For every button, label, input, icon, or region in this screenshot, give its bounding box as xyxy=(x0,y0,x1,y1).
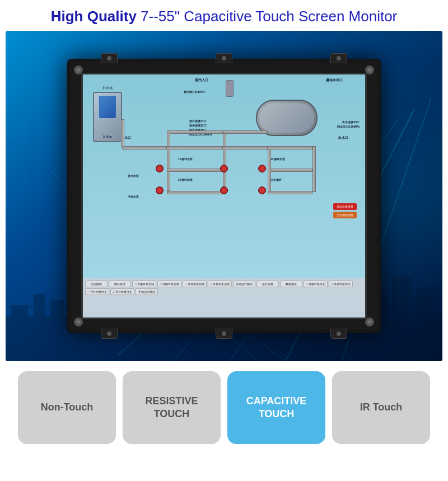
pipe-h8 xyxy=(268,169,312,172)
valve-3 xyxy=(156,186,164,194)
pipe-v1 xyxy=(121,119,124,147)
label-supply1: 补水水泵 xyxy=(128,174,139,178)
water-tank: 补水箱 0.00m xyxy=(93,86,122,142)
label-supply2: 沿衫水泵 xyxy=(128,195,139,198)
touch-btn-capacitive[interactable]: CAPACITIVE TOUCH xyxy=(227,371,325,444)
pipe-h1 xyxy=(122,146,167,150)
page-title: High Quality 7--55" Capacitive Touch Scr… xyxy=(11,8,437,25)
pipe-h10 xyxy=(268,146,312,150)
page-wrapper: High Quality 7--55" Capacitive Touch Scr… xyxy=(0,0,448,481)
alert-btn-2: 无可用电报警 xyxy=(333,212,357,218)
touch-btn-resistive[interactable]: RESISTIVE TOUCH xyxy=(123,371,221,444)
pipe-v2 xyxy=(167,130,170,147)
ctrl-manual-mode: 手动运行模式 xyxy=(136,288,158,295)
ctrl-pump3-start: 一号补水泵启动 xyxy=(183,281,207,287)
label-circ2: 2#循环水泵 xyxy=(178,178,193,181)
mount-tab-top-left xyxy=(101,53,118,63)
label-circ1: 1#循环水泵 xyxy=(178,157,193,161)
title-normal: 7--55" Capacitive Touch Screen Monitor xyxy=(137,8,397,25)
ctrl-device: 数据报表 xyxy=(280,281,302,287)
label-room-temp1: 室外温度23℃ xyxy=(189,119,207,123)
svg-rect-19 xyxy=(417,288,431,361)
label-water-outlet: 出水口 xyxy=(338,136,348,140)
pipe-h7 xyxy=(167,169,223,172)
pipe-v6 xyxy=(268,146,271,192)
label-steam-valve: 蒸汽阀开台100% xyxy=(184,90,205,94)
mount-tab-bottom-center xyxy=(216,329,232,339)
valve-6 xyxy=(258,186,266,194)
ctrl-pump1-start: 一号循环泵启动 xyxy=(132,281,156,287)
label-circ4: 沿衫循环 xyxy=(270,178,282,181)
svg-rect-18 xyxy=(392,277,412,361)
ctrl-config: 运行设置 xyxy=(256,281,279,287)
ctrl-pump2-stop: 二号循环泵停止 xyxy=(329,281,353,287)
ctrl-history: 历史曲线 xyxy=(85,281,108,287)
label-condensate-outlet: 凝结水出口 xyxy=(326,78,343,83)
mount-tab-top-right xyxy=(330,53,347,63)
ctrl-pump3-stop: 一号补水泵停止 xyxy=(85,288,109,295)
control-bar: 历史曲线 能耗统计 一号循环泵启动 二号循环泵启动 一号补水泵启动 二号补水泵启… xyxy=(83,278,365,317)
valve-5 xyxy=(258,165,266,172)
ctrl-params: 能耗统计 xyxy=(109,281,131,287)
pipe-h2 xyxy=(167,130,223,134)
pipe-h6 xyxy=(167,191,223,194)
label-circ3: 1#循环水泵 xyxy=(270,157,285,161)
label-steam-inlet: 蒸汽入口 xyxy=(195,78,208,83)
valve-2 xyxy=(220,165,228,172)
label-outlet-pres: 回水压力0.50MPa xyxy=(337,125,360,128)
touch-btn-non-touch[interactable]: Non-Touch xyxy=(18,371,116,444)
valve-4 xyxy=(220,186,228,194)
pipe-v7 xyxy=(312,146,316,192)
ctrl-pump2-start: 二号循环泵启动 xyxy=(157,281,181,287)
alert-buttons: 系统故障报警 无可用电报警 xyxy=(333,203,357,218)
pipe-h9 xyxy=(268,191,312,194)
label-room-temp2: 室内温度22℃ xyxy=(189,124,207,127)
svg-rect-10 xyxy=(50,300,64,361)
ctrl-pump1-stop: 一号循环泵停止 xyxy=(304,281,328,287)
pipe-h5 xyxy=(223,146,268,150)
mount-tab-top-center xyxy=(216,53,232,63)
monitor-body: 蒸汽入口 凝结水出口 蒸汽阀开台100% 补水箱 0.00m xyxy=(67,59,381,333)
monitor-screen: 蒸汽入口 凝结水出口 蒸汽阀开台100% 补水箱 0.00m xyxy=(81,73,367,319)
screw-bottom-right xyxy=(365,317,374,326)
screen-content: 蒸汽入口 凝结水出口 蒸汽阀开台100% 补水箱 0.00m xyxy=(83,74,365,317)
touch-btn-ir[interactable]: IR Touch xyxy=(332,371,430,444)
alert-btn-1: 系统故障报警 xyxy=(333,203,357,210)
title-bold: High Quality xyxy=(51,8,137,25)
header: High Quality 7--55" Capacitive Touch Scr… xyxy=(0,0,448,31)
touch-options-bar: Non-Touch RESISTIVE TOUCH CAPACITIVE TOU… xyxy=(6,361,442,450)
ctrl-pump4-stop: 二号补水泵停止 xyxy=(110,288,134,295)
label-outlet-temp: 出水温度65℃ xyxy=(342,120,360,124)
svg-rect-9 xyxy=(34,294,45,361)
svg-rect-8 xyxy=(11,305,28,361)
gauge-top xyxy=(226,80,234,97)
pipe-h3 xyxy=(167,146,223,150)
valve-1 xyxy=(156,165,164,172)
ctrl-auto-mode: 自动运行模式 xyxy=(233,281,255,287)
monitor-area: 蒸汽入口 凝结水出口 蒸汽阀开台100% 补水箱 0.00m xyxy=(6,31,442,361)
ctrl-pump4-start: 二号补水泵启动 xyxy=(208,281,232,287)
pipe-h4 xyxy=(223,130,268,134)
mount-tab-bottom-right xyxy=(330,329,347,339)
mount-tab-bottom-left xyxy=(101,329,118,339)
